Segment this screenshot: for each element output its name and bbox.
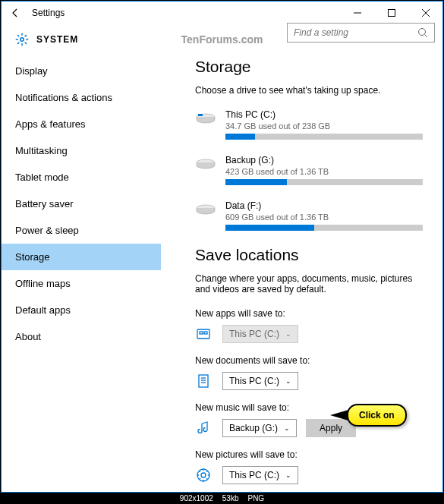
- drive-icon: [195, 157, 216, 171]
- drive-used: 609 GB used out of 1.36 TB: [225, 213, 427, 222]
- search-box[interactable]: [287, 23, 435, 43]
- drive-name: Data (F:): [225, 200, 427, 211]
- chevron-down-icon: ⌄: [285, 330, 291, 338]
- footer-dims: 902x1002: [180, 494, 213, 502]
- footer-type: PNG: [247, 494, 264, 502]
- sidebar: DisplayNotifications & actionsApps & fea…: [2, 55, 161, 492]
- sidebar-item-about[interactable]: About: [2, 323, 161, 350]
- minimize-button[interactable]: [340, 2, 374, 24]
- save-dropdown: This PC (C:)⌄: [222, 325, 298, 343]
- sidebar-item-apps-features[interactable]: Apps & features: [2, 111, 161, 137]
- drive-icon: [195, 203, 216, 216]
- drive-name: Backup (G:): [225, 155, 427, 165]
- save-desc: Change where your apps, documents, music…: [195, 273, 427, 295]
- drive-row[interactable]: This PC (C:)34.7 GB used out of 238 GB: [195, 109, 427, 140]
- save-row: New music will save to:Backup (G:)⌄Apply…: [195, 402, 427, 437]
- drive-bar: [225, 134, 423, 140]
- svg-point-2: [20, 38, 24, 42]
- svg-point-17: [201, 473, 206, 477]
- drive-bar: [225, 225, 423, 231]
- sidebar-item-offline-maps[interactable]: Offline maps: [2, 270, 161, 297]
- window-title: Settings: [32, 8, 65, 18]
- footer-size: 53kb: [222, 494, 239, 502]
- svg-line-4: [425, 35, 428, 38]
- watermark: TenForums.com: [181, 33, 263, 46]
- titlebar: Settings: [2, 2, 442, 24]
- svg-rect-12: [199, 375, 208, 387]
- svg-rect-11: [204, 332, 207, 334]
- dropdown-value: Backup (G:): [229, 423, 278, 433]
- apps-icon: [195, 326, 212, 342]
- save-row: New apps will save to:This PC (C:)⌄: [195, 308, 427, 343]
- sidebar-item-multitasking[interactable]: Multitasking: [2, 137, 161, 164]
- svg-rect-1: [388, 10, 395, 17]
- sidebar-item-storage[interactable]: Storage: [2, 244, 161, 270]
- save-dropdown[interactable]: This PC (C:)⌄: [222, 466, 298, 484]
- save-label: New apps will save to:: [195, 308, 427, 319]
- svg-rect-10: [200, 332, 203, 334]
- save-dropdown[interactable]: Backup (G:)⌄: [222, 419, 297, 437]
- section-title: SYSTEM: [36, 34, 78, 45]
- chevron-down-icon: ⌄: [285, 377, 291, 385]
- storage-heading: Storage: [195, 58, 427, 76]
- save-label: New pictures will save to:: [195, 449, 427, 460]
- svg-point-3: [419, 29, 426, 36]
- drive-used: 423 GB used out of 1.36 TB: [225, 167, 427, 176]
- docs-icon: [195, 373, 212, 389]
- content: Storage Choose a drive to see what's tak…: [161, 55, 442, 492]
- footer: 902x1002 53kb PNG: [1, 493, 443, 503]
- storage-desc: Choose a drive to see what's taking up s…: [195, 85, 427, 96]
- sidebar-item-tablet-mode[interactable]: Tablet mode: [2, 164, 161, 191]
- sidebar-item-battery-saver[interactable]: Battery saver: [2, 191, 161, 217]
- svg-rect-6: [198, 114, 203, 116]
- save-row: New documents will save to:This PC (C:)⌄: [195, 355, 427, 390]
- gear-icon: [15, 33, 29, 46]
- pics-icon: [195, 467, 212, 484]
- search-icon: [417, 27, 428, 38]
- close-button[interactable]: [408, 2, 442, 24]
- dropdown-value: This PC (C:): [229, 470, 279, 480]
- back-button[interactable]: [8, 5, 23, 20]
- svg-point-16: [197, 469, 209, 481]
- drive-row[interactable]: Data (F:)609 GB used out of 1.36 TB: [195, 200, 427, 231]
- save-label: New documents will save to:: [195, 355, 427, 366]
- drive-bar: [225, 179, 423, 185]
- dropdown-value: This PC (C:): [229, 329, 279, 339]
- save-row: New pictures will save to:This PC (C:)⌄: [195, 449, 427, 484]
- chevron-down-icon: ⌄: [284, 424, 290, 432]
- drive-row[interactable]: Backup (G:)423 GB used out of 1.36 TB: [195, 155, 427, 185]
- dropdown-value: This PC (C:): [229, 376, 279, 386]
- save-heading: Save locations: [195, 246, 427, 264]
- callout: Click on: [347, 404, 407, 427]
- drive-used: 34.7 GB used out of 238 GB: [225, 121, 427, 131]
- maximize-button[interactable]: [374, 2, 408, 24]
- music-icon: [195, 420, 212, 436]
- save-dropdown[interactable]: This PC (C:)⌄: [222, 372, 298, 390]
- sidebar-item-default-apps[interactable]: Default apps: [2, 297, 161, 323]
- chevron-down-icon: ⌄: [285, 471, 291, 479]
- drive-icon: [195, 112, 216, 125]
- search-input[interactable]: [294, 27, 417, 38]
- sidebar-item-notifications-actions[interactable]: Notifications & actions: [2, 84, 161, 111]
- drive-name: This PC (C:): [225, 109, 427, 120]
- sidebar-item-power-sleep[interactable]: Power & sleep: [2, 217, 161, 244]
- sidebar-item-display[interactable]: Display: [2, 58, 161, 84]
